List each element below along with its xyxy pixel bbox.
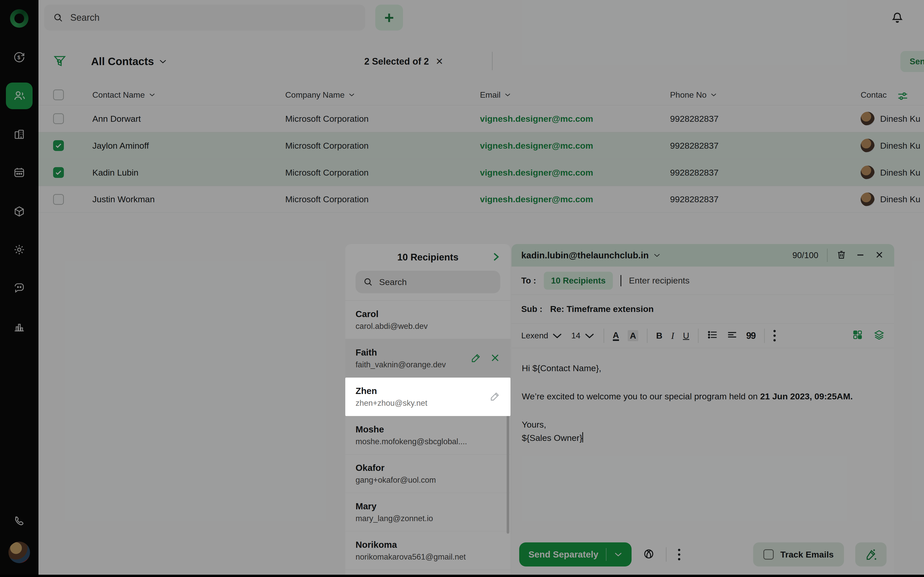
screen-bottom-edge <box>0 575 924 577</box>
recipient-item-highlighted[interactable]: Zhen zhen+zhou@sky.net <box>345 377 510 416</box>
edit-recipient-icon[interactable] <box>490 391 500 403</box>
dim-overlay <box>0 0 924 577</box>
